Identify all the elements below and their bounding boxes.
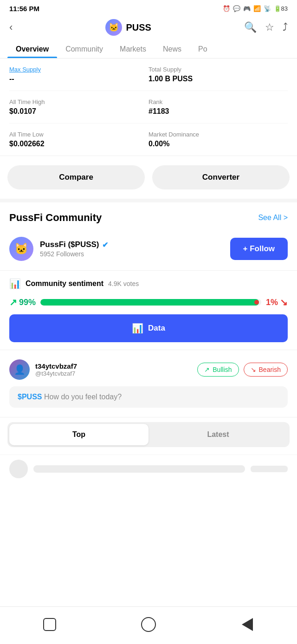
- account-name: PussFi ($PUSS) ✔: [40, 240, 108, 249]
- star-icon[interactable]: ☆: [265, 21, 274, 33]
- atl-value: $0.002662: [9, 140, 148, 148]
- back-triangle-icon: [242, 618, 253, 631]
- whatsapp-icon: 💬: [233, 5, 240, 12]
- gamepad-icon: 🎮: [243, 5, 251, 12]
- commenter-avatar: 👤: [9, 359, 30, 380]
- sentiment-section: 📊 Community sentiment 4.9K votes ↗ 99% 1…: [0, 270, 297, 350]
- search-icon[interactable]: 🔍: [244, 21, 257, 33]
- sentiment-label: Community sentiment: [26, 280, 103, 288]
- chart-icon: 📊: [132, 323, 143, 334]
- account-avatar: 🐱: [9, 237, 33, 261]
- header-title: 🐱 PUSS: [105, 19, 151, 36]
- bottom-navigation: [0, 606, 297, 644]
- preview-content: [33, 465, 245, 473]
- divider-1: [0, 199, 297, 202]
- bearish-btn-icon: ↘: [251, 366, 256, 373]
- toggle-row: Top Latest: [7, 422, 290, 447]
- preview-avatar: [9, 460, 28, 478]
- dominance-value: 0.00%: [148, 140, 288, 148]
- max-supply-label: Max Supply: [9, 66, 148, 73]
- rank-cell: Rank #1183: [148, 96, 288, 118]
- ath-value: $0.0107: [9, 107, 148, 116]
- nav-square-button[interactable]: [39, 614, 60, 635]
- wifi-icon: 📡: [264, 5, 271, 12]
- rank-value: #1183: [148, 107, 288, 116]
- tab-navigation: Overview Community Markets News Po: [0, 40, 297, 59]
- bullish-percentage: ↗ 99%: [9, 297, 36, 308]
- supply-row: Max Supply -- Total Supply 1.00 B PUSS: [9, 59, 288, 91]
- status-icons: ⏰ 💬 🎮 📶 📡 🔋83: [223, 5, 288, 12]
- ath-cell: All Time High $0.0107: [9, 96, 148, 118]
- dominance-cell: Market Dominance 0.00%: [148, 128, 288, 151]
- commenter-row: 👤 t34ytcvbzaf7 @t34ytcvbzaf7 ↗ Bullish ↘…: [9, 359, 288, 380]
- dominance-label: Market Dominance: [148, 131, 288, 138]
- preview-meta: [251, 466, 288, 472]
- sentiment-bar-row: ↗ 99% 1% ↘: [9, 297, 288, 308]
- account-left: 🐱 PussFi ($PUSS) ✔ 5952 Followers: [9, 237, 108, 261]
- header: ‹ 🐱 PUSS 🔍 ☆ ⤴: [0, 15, 297, 40]
- battery-icon: 🔋83: [274, 5, 288, 12]
- header-right: 🔍 ☆ ⤴: [244, 21, 288, 33]
- status-bar: 11:56 PM ⏰ 💬 🎮 📶 📡 🔋83: [0, 0, 297, 15]
- converter-button[interactable]: Converter: [152, 165, 290, 189]
- sentiment-buttons: ↗ Bullish ↘ Bearish: [197, 363, 288, 377]
- max-supply-cell: Max Supply --: [9, 63, 148, 86]
- tab-community[interactable]: Community: [57, 40, 111, 58]
- bearish-button[interactable]: ↘ Bearish: [244, 363, 288, 377]
- share-icon[interactable]: ⤴: [283, 21, 288, 33]
- ath-label: All Time High: [9, 98, 148, 105]
- toggle-section: Top Latest: [0, 417, 297, 455]
- commenter-name: t34ytcvbzaf7: [35, 362, 77, 370]
- bullish-up-arrow: ↗: [9, 297, 17, 308]
- total-supply-label: Total Supply: [148, 66, 288, 73]
- header-left: ‹: [9, 21, 13, 33]
- community-account: 🐱 PussFi ($PUSS) ✔ 5952 Followers + Foll…: [9, 233, 288, 270]
- nav-circle-button[interactable]: [138, 614, 159, 635]
- coin-avatar: 🐱: [105, 19, 122, 36]
- nav-back-button[interactable]: [237, 614, 258, 635]
- latest-tab-button[interactable]: Latest: [148, 424, 288, 445]
- bottom-spacer: [0, 483, 297, 525]
- top-tab-button[interactable]: Top: [9, 424, 148, 445]
- comment-input-box[interactable]: $PUSS How do you feel today?: [9, 386, 288, 408]
- tab-po[interactable]: Po: [190, 40, 216, 58]
- bullish-fill: [40, 299, 259, 306]
- atl-dominance-row: All Time Low $0.002662 Market Dominance …: [9, 124, 288, 156]
- community-section: PussFi Community See All > 🐱 PussFi ($PU…: [0, 202, 297, 270]
- rank-label: Rank: [148, 98, 288, 105]
- comment-placeholder-text: How do you feel today?: [44, 393, 122, 401]
- atl-cell: All Time Low $0.002662: [9, 128, 148, 151]
- bullish-button[interactable]: ↗ Bullish: [197, 363, 239, 377]
- tab-overview[interactable]: Overview: [7, 40, 57, 58]
- bearish-down-arrow: ↘: [280, 297, 288, 308]
- circle-icon: [141, 617, 156, 632]
- square-icon: [43, 618, 56, 631]
- commenter-left: 👤 t34ytcvbzaf7 @t34ytcvbzaf7: [9, 359, 77, 380]
- ath-rank-row: All Time High $0.0107 Rank #1183: [9, 91, 288, 124]
- commenter-info: t34ytcvbzaf7 @t34ytcvbzaf7: [35, 362, 77, 377]
- comment-tag: $PUSS: [18, 393, 42, 401]
- bullish-btn-icon: ↗: [204, 366, 210, 373]
- sentiment-progress-bar: [40, 299, 261, 306]
- bearish-dot: [254, 300, 259, 305]
- community-title: PussFi Community: [9, 212, 102, 224]
- tab-markets[interactable]: Markets: [111, 40, 155, 58]
- sentiment-header: 📊 Community sentiment 4.9K votes: [9, 278, 288, 289]
- stats-section: Max Supply -- Total Supply 1.00 B PUSS A…: [0, 59, 297, 156]
- account-info: PussFi ($PUSS) ✔ 5952 Followers: [40, 240, 108, 258]
- commenter-handle: @t34ytcvbzaf7: [35, 370, 77, 377]
- coin-name: PUSS: [126, 22, 151, 33]
- verified-badge: ✔: [102, 241, 108, 249]
- status-time: 11:56 PM: [9, 5, 39, 13]
- data-button[interactable]: 📊 Data: [9, 314, 288, 342]
- compare-button[interactable]: Compare: [7, 165, 145, 189]
- preview-post: [0, 455, 297, 483]
- see-all-link[interactable]: See All >: [258, 214, 288, 222]
- back-button[interactable]: ‹: [9, 21, 13, 33]
- tab-news[interactable]: News: [155, 40, 190, 58]
- signal-icon: 📶: [253, 5, 261, 12]
- follow-button[interactable]: + Follow: [230, 238, 288, 260]
- max-supply-value: --: [9, 75, 148, 83]
- alarm-icon: ⏰: [223, 5, 230, 12]
- comment-section: 👤 t34ytcvbzaf7 @t34ytcvbzaf7 ↗ Bullish ↘…: [0, 350, 297, 417]
